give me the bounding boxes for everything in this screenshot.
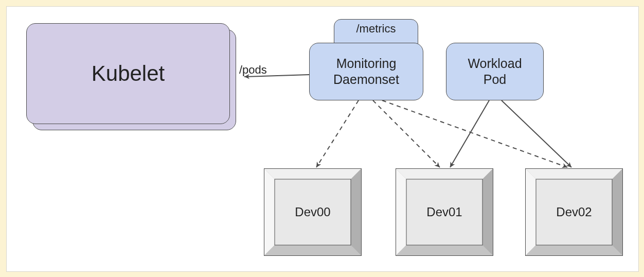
edge-workload-to-dev01 [450,100,489,167]
edge-monitoring-to-dev01 [373,100,440,167]
diagram-canvas: Kubelet /metrics Monitoring Daemonset Wo… [6,6,639,272]
metrics-endpoint-label: /metrics [356,22,396,36]
workload-pod-node: Workload Pod [446,43,544,100]
pods-endpoint-label: /pods [239,63,267,77]
workload-pod-label: Workload Pod [468,56,522,88]
device-node-dev01: Dev01 [396,168,493,256]
device-label: Dev02 [556,205,592,219]
edge-workload-to-dev02 [502,100,571,167]
edge-monitoring-to-dev02 [382,100,567,167]
kubelet-label: Kubelet [92,60,165,88]
monitoring-daemonset-node: Monitoring Daemonset [309,43,423,100]
edge-monitoring-to-dev00 [316,100,359,167]
monitoring-daemonset-label: Monitoring Daemonset [333,56,399,88]
device-node-dev00: Dev00 [264,168,362,256]
device-label: Dev01 [426,205,462,219]
kubelet-node: Kubelet [26,23,230,124]
device-label: Dev00 [295,205,330,219]
device-node-dev02: Dev02 [525,168,623,256]
